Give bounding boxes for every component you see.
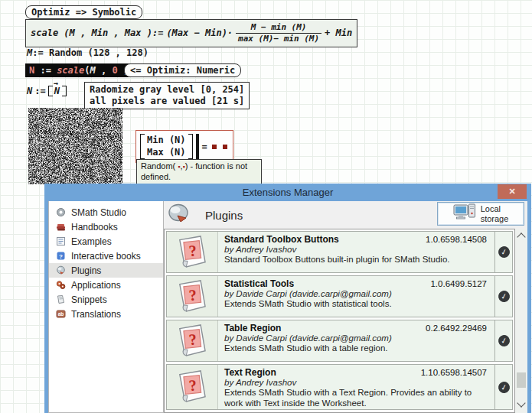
scale-def-lhs: scale (M , Min , Max ):=	[31, 28, 163, 38]
sidebar-item-translations[interactable]: ab Translations	[49, 307, 163, 321]
close-icon: ✕	[508, 187, 515, 197]
plugin-item-statistical-tools[interactable]: ? Statistical Tools 1.0.6499.5127 by Dav…	[166, 275, 513, 317]
scale-def-factor: (Max − Min)·	[166, 28, 233, 38]
vector-arrow-icon: →	[54, 79, 57, 87]
svg-text:ab: ab	[57, 311, 64, 317]
plugins-list: ? Standard Toolbox Buttons 1.0.6598.1450…	[164, 229, 515, 413]
svg-text:?: ?	[188, 376, 197, 394]
nvec-inner: N	[54, 86, 60, 96]
plugin-version: 1.10.6598.14507	[421, 368, 490, 377]
plugins-header: Plugins Local storage	[164, 201, 527, 229]
extensions-manager-window: Extensions Manager ✕ SMath Studio Handbo…	[44, 184, 531, 413]
scrollbar-thumb[interactable]	[517, 372, 526, 388]
m-definition[interactable]: M:= Random (128 , 128)	[27, 47, 149, 58]
sidebar-item-label: Interactive books	[71, 251, 141, 262]
sidebar-item-applications[interactable]: Applications	[49, 278, 163, 292]
local-storage-button[interactable]: Local storage	[437, 202, 524, 226]
tooltip-line2: defined.	[141, 172, 257, 183]
snippets-icon	[55, 294, 66, 305]
local-storage-icon	[453, 203, 476, 223]
svg-text:?: ?	[188, 330, 197, 348]
result-placeholder-square	[212, 145, 217, 149]
scale-def-fraction: M − min (M) max (M)− min (M)	[236, 22, 321, 44]
minmax-error-region[interactable]: Min (N) Max (N) =	[135, 130, 233, 163]
randomize-note[interactable]: Radomize gray level [0, 254] all pixels …	[84, 82, 250, 109]
plugins-globe-icon	[167, 203, 191, 227]
local-storage-label-line2: storage	[481, 214, 509, 223]
svg-text:?: ?	[59, 253, 63, 260]
plugin-page-question-icon: ?	[167, 276, 218, 317]
sidebar-item-handbooks[interactable]: Handbooks	[49, 220, 163, 234]
plugins-panel: Plugins Local storage ?	[164, 201, 527, 413]
plugin-page-question-icon: ?	[167, 320, 218, 361]
plugin-check-cell: ✓	[494, 320, 512, 361]
sidebar-item-examples[interactable]: Examples	[49, 234, 163, 249]
matrix-row-min: Min (N)	[147, 135, 186, 147]
scroll-up-icon[interactable]	[517, 233, 525, 241]
sidebar-item-interactive-books[interactable]: ? Interactive books	[49, 249, 163, 263]
optimiz-numeric-tag[interactable]: <= Optimiz: Numeric	[124, 63, 241, 77]
scale-function-definition[interactable]: scale (M , Min , Max ):= (Max − Min)· M …	[25, 19, 357, 47]
noise-image	[28, 108, 122, 184]
smath-logo-icon	[55, 207, 66, 218]
plugins-icon	[55, 265, 66, 276]
plugin-description: Extends SMath Studio with statistical to…	[224, 299, 490, 310]
scale-def-tail: + Min	[325, 28, 352, 38]
window-titlebar[interactable]: Extensions Manager ✕	[44, 184, 531, 201]
result-placeholder-square	[223, 145, 227, 149]
applications-icon	[55, 280, 66, 291]
sidebar-item-label: Snippets	[71, 294, 107, 305]
plugin-version: 0.2.6492.29469	[426, 324, 490, 333]
plugin-author: by Davide Carpi (davide.carpi@gmail.com)	[224, 333, 490, 343]
installed-check-icon: ✓	[497, 334, 511, 348]
plugin-item-text-region[interactable]: ? Text Region 1.10.6598.14507 by Andrey …	[166, 364, 513, 410]
translations-icon: ab	[55, 309, 66, 320]
plugin-name: Table Region	[224, 323, 281, 333]
close-button[interactable]: ✕	[498, 184, 527, 199]
sidebar-item-label: Translations	[71, 309, 121, 320]
tooltip-line1: Random( ▪,▪) - function is not	[141, 161, 257, 172]
plugin-version: 1.0.6598.14508	[426, 235, 490, 244]
plugin-description: Extends SMath Studio with a Text Region.…	[224, 388, 490, 409]
plugin-check-cell: ✓	[494, 276, 512, 317]
plugin-name: Standard Toolbox Buttons	[224, 234, 339, 245]
vectorize-brackets: →N	[48, 86, 67, 96]
installed-check-icon: ✓	[497, 380, 511, 394]
plugin-check-cell: ✓	[494, 232, 512, 272]
svg-text:?: ?	[188, 242, 197, 259]
plugins-scrollbar[interactable]	[515, 229, 527, 413]
n-vectorize-definition[interactable]: N := →N	[27, 86, 67, 96]
matrix-row-max: Max (N)	[147, 147, 186, 159]
plugin-item-table-region[interactable]: ? Table Region 0.2.6492.29469 by Davide …	[166, 320, 513, 362]
installed-check-icon: ✓	[497, 246, 511, 259]
plugin-description: Standard Toolbox Buttons built-in plugin…	[224, 255, 490, 265]
equals-sign: =	[202, 141, 207, 152]
svg-text:?: ?	[188, 286, 197, 304]
panel-title: Plugins	[205, 209, 243, 222]
sidebar-item-label: Handbooks	[71, 222, 118, 233]
sidebar-item-label: Plugins	[71, 265, 101, 276]
plugin-page-question-icon: ?	[167, 365, 218, 409]
local-storage-label-line1: Local	[481, 204, 509, 213]
plugin-author: by Andrey Ivashov	[224, 378, 490, 387]
plugin-description: Extends SMath Studio with a table region…	[224, 343, 490, 354]
plugin-name: Statistical Tools	[224, 278, 294, 289]
plugin-item-standard-toolbox-buttons[interactable]: ? Standard Toolbox Buttons 1.0.6598.1450…	[166, 231, 513, 273]
plugin-name: Text Region	[224, 367, 276, 378]
handbooks-icon	[55, 222, 66, 233]
sidebar-item-plugins[interactable]: Plugins	[49, 263, 163, 278]
fraction-denominator: max (M)− min (M)	[236, 33, 321, 44]
optimiz-symbolic-tag[interactable]: Optimiz => Symbolic	[25, 5, 142, 19]
window-title: Extensions Manager	[243, 187, 334, 198]
sidebar-item-snippets[interactable]: Snippets	[49, 292, 163, 307]
plugin-version: 1.0.6499.5127	[430, 279, 490, 288]
note-line2: all pixels are valued [21 s]	[90, 96, 244, 107]
matrix-brackets: Min (N) Max (N)	[140, 134, 193, 159]
m-expr: := Random (128 , 128)	[32, 47, 149, 58]
sidebar-item-smath-studio[interactable]: SMath Studio	[49, 205, 163, 220]
installed-check-icon: ✓	[497, 290, 511, 304]
error-tooltip: Random( ▪,▪) - function is not defined.	[136, 159, 262, 185]
plugin-author: by Andrey Ivashov	[224, 245, 490, 254]
note-line1: Radomize gray level [0, 254]	[90, 84, 244, 96]
scroll-down-icon[interactable]	[517, 398, 525, 407]
